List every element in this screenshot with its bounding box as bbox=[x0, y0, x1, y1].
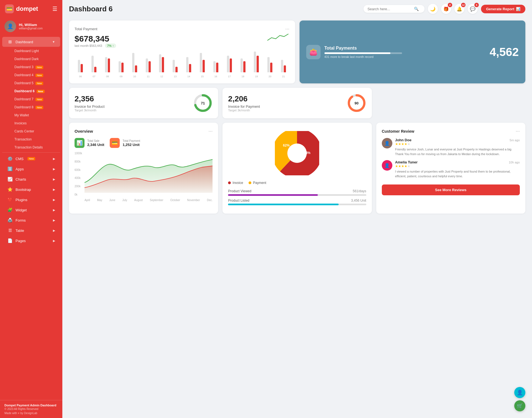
red-bar-15 bbox=[284, 65, 286, 72]
bar-group-12 bbox=[237, 58, 249, 72]
total-sale-stat: 📊 Total Sale 2,346 Unit bbox=[75, 138, 104, 148]
forms-icon: 🖨️ bbox=[7, 218, 13, 223]
see-more-reviews-button[interactable]: See More Reviews bbox=[382, 184, 520, 195]
sidebar-item-dashboard-5[interactable]: Dashboard 5 New bbox=[2, 79, 60, 87]
red-bar-10 bbox=[216, 63, 218, 72]
table-arrow-icon: ▶ bbox=[53, 229, 55, 232]
reviewer-2-stars: ★★★★★ bbox=[395, 164, 520, 168]
sidebar-item-dashboard-7[interactable]: Dashboard 7 New bbox=[2, 95, 60, 103]
bar-group-6 bbox=[156, 54, 168, 72]
dashboard-icon: ⊞ bbox=[7, 39, 13, 44]
reviewer-1-text: Friendly service Josh, Lunar and everyon… bbox=[395, 147, 520, 156]
sidebar-item-forms[interactable]: 🖨️ Forms ▶ bbox=[2, 215, 60, 225]
total-payment-menu[interactable]: ··· bbox=[285, 26, 289, 32]
sidebar-item-dashboard-6[interactable]: Dashboard 6 New bbox=[2, 87, 60, 95]
bar-pair-9 bbox=[200, 53, 205, 72]
overview-menu[interactable]: ··· bbox=[208, 128, 213, 134]
sidebar-item-bootstrap[interactable]: ⭐ Bootstrap ▶ bbox=[2, 184, 60, 194]
gray-bar-12 bbox=[241, 58, 243, 72]
bar-pair-10 bbox=[213, 61, 218, 72]
generate-report-button[interactable]: Generate Report 📊 bbox=[481, 5, 525, 13]
message-button[interactable]: 💬 5 bbox=[468, 4, 478, 14]
blue-card-left: 👛 Total Payments 431 more to break last … bbox=[306, 45, 402, 59]
sidebar-item-pages[interactable]: 📄 Pages ▶ bbox=[2, 236, 60, 246]
sidebar-item-widget[interactable]: 🧩 Widget ▶ bbox=[2, 205, 60, 215]
page-title: Dashboard 6 bbox=[69, 5, 113, 13]
x-label-june: June bbox=[109, 199, 115, 202]
sidebar-item-plugins[interactable]: ❤️ Plugins ▶ bbox=[2, 195, 60, 205]
content: Total Payment ··· $678,345 last month $5… bbox=[62, 18, 532, 418]
overview-stats: 📊 Total Sale 2,346 Unit 💳 Total Payment … bbox=[75, 138, 213, 148]
sidebar-item-dashboard-8[interactable]: Dashboard 8 New bbox=[2, 103, 60, 111]
notification-button[interactable]: 🔔 12 bbox=[454, 4, 464, 14]
plugins-left: ❤️ Plugins bbox=[7, 197, 27, 202]
review-1-name-row: John Doe 5m ago bbox=[395, 138, 520, 142]
bar-label-11: 17 bbox=[223, 75, 235, 78]
bar-group-9 bbox=[196, 53, 208, 72]
sidebar-item-my-wallet[interactable]: My Wallet bbox=[2, 111, 60, 119]
hamburger-icon[interactable]: ☰ bbox=[52, 6, 57, 12]
review-item-1: 👤 John Doe 5m ago ★★★★★ Friendly service… bbox=[382, 138, 520, 156]
sidebar-item-transaction-details[interactable]: Transaction Details bbox=[2, 143, 60, 151]
gray-bar-4 bbox=[132, 53, 134, 72]
footer-brand: Dompet Payment Admin Dashboard bbox=[4, 404, 58, 407]
bar-group-1 bbox=[88, 56, 100, 72]
sidebar-item-invoices[interactable]: Invoices bbox=[2, 119, 60, 127]
heart-icon: ♥ bbox=[18, 412, 20, 415]
search-box: 🔍 bbox=[364, 5, 424, 13]
invoice-payment-card: 2,206 Invoice for Payment Target 3k/mont… bbox=[222, 88, 372, 118]
red-bar-11 bbox=[230, 58, 232, 72]
sidebar-item-dashboard-3[interactable]: Dashboard 3 New bbox=[2, 63, 60, 71]
total-payment-card: Total Payment ··· $678,345 last month $5… bbox=[69, 20, 295, 83]
bell-badge: 12 bbox=[461, 3, 466, 7]
gray-bar-7 bbox=[173, 60, 175, 72]
y-label-600k: 600k bbox=[75, 168, 82, 171]
sidebar-item-dashboard-light[interactable]: Dashboard Light bbox=[2, 47, 60, 55]
product-viewed-label: Product Viewed bbox=[228, 189, 251, 193]
sidebar-item-dashboard-dark[interactable]: Dashboard Dark bbox=[2, 55, 60, 63]
invoice-dot bbox=[228, 181, 231, 184]
sidebar-item-apps[interactable]: ℹ️ Apps ▶ bbox=[2, 164, 60, 174]
sidebar-item-cards-center[interactable]: Cards Center bbox=[2, 127, 60, 135]
support-float-button[interactable]: 👤 bbox=[514, 387, 525, 398]
chevron-down-icon: ▼ bbox=[52, 40, 55, 43]
theme-toggle-button[interactable]: 🌙 bbox=[428, 4, 438, 14]
review-menu[interactable]: ··· bbox=[516, 128, 520, 134]
sidebar-item-transaction[interactable]: Transaction bbox=[2, 135, 60, 143]
top-row: Total Payment ··· $678,345 last month $5… bbox=[69, 20, 525, 83]
pie-legend: Invoice Payment bbox=[228, 181, 366, 185]
x-label-july: July bbox=[122, 199, 127, 202]
bar-group-2 bbox=[102, 57, 114, 72]
donut-payment-text: 90 bbox=[354, 101, 358, 105]
bar-pair-5 bbox=[146, 58, 151, 72]
gift-icon: 🎁 bbox=[443, 6, 449, 12]
cart-float-button[interactable]: 🛒 bbox=[514, 400, 525, 411]
sidebar-item-table[interactable]: ☰ Table ▶ bbox=[2, 225, 60, 235]
widget-left: 🧩 Widget bbox=[7, 207, 27, 212]
pages-left: 📄 Pages bbox=[7, 238, 26, 243]
sidebar-item-dashboard-4[interactable]: Dashboard 4 New bbox=[2, 71, 60, 79]
red-bar-9 bbox=[203, 60, 205, 72]
x-label-august: August bbox=[134, 199, 143, 202]
search-input[interactable] bbox=[367, 7, 412, 11]
x-label-dec: Dec. bbox=[207, 199, 213, 202]
sidebar-item-charts[interactable]: 📈 Charts ▶ bbox=[2, 174, 60, 184]
review-item-2: 👤 Amelia Tuner 10h ago ★★★★★ I viewed a … bbox=[382, 160, 520, 178]
gray-bar-13 bbox=[254, 52, 256, 72]
bar-pair-15 bbox=[281, 60, 286, 72]
new-badge: New bbox=[35, 66, 43, 69]
sidebar-item-cms[interactable]: ⚙️ CMS New ▶ bbox=[2, 154, 60, 164]
floating-buttons: 👤 🛒 bbox=[514, 387, 525, 411]
reviewer-1-name: John Doe bbox=[395, 138, 411, 142]
bar-pair-12 bbox=[241, 58, 245, 72]
chat-badge: 5 bbox=[474, 3, 479, 7]
reviewer-2-avatar: 👤 bbox=[382, 160, 392, 171]
support-icon: 👤 bbox=[517, 389, 523, 396]
bar-pair-3 bbox=[119, 61, 124, 72]
sidebar-item-dashboard[interactable]: ⊞ Dashboard ▼ bbox=[2, 37, 60, 47]
gift-button[interactable]: 🎁 2 bbox=[441, 4, 451, 14]
forms-left: 🖨️ Forms bbox=[7, 218, 26, 223]
table-icon: ☰ bbox=[7, 228, 13, 233]
trend-sparkline bbox=[267, 33, 290, 42]
bar-label-12: 18 bbox=[237, 75, 249, 78]
